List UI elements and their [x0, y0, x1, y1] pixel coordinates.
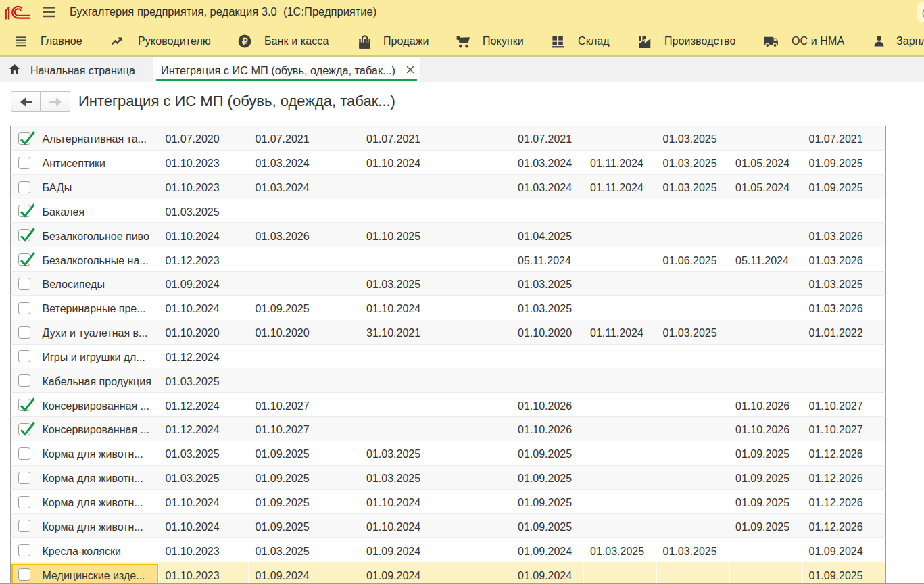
svg-text:₽: ₽	[241, 36, 247, 47]
